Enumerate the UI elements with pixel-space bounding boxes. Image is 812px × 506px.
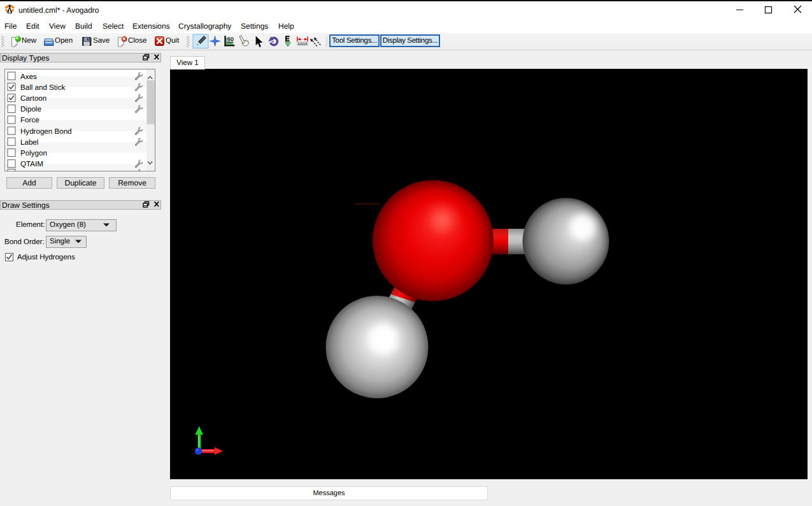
svg-text:QTAIM: QTAIM (20, 160, 43, 168)
svg-text:Force: Force (20, 116, 39, 124)
svg-text:Ball and Stick: Ball and Stick (20, 83, 65, 92)
svg-text:Cartoon: Cartoon (20, 94, 46, 103)
svg-text:Hydrogen Bond: Hydrogen Bond (20, 127, 72, 136)
svg-text:Label: Label (20, 138, 38, 147)
svg-text:Dipole: Dipole (20, 105, 41, 113)
svg-text:Axes: Axes (20, 73, 37, 81)
svg-text:Polygon: Polygon (20, 149, 47, 157)
